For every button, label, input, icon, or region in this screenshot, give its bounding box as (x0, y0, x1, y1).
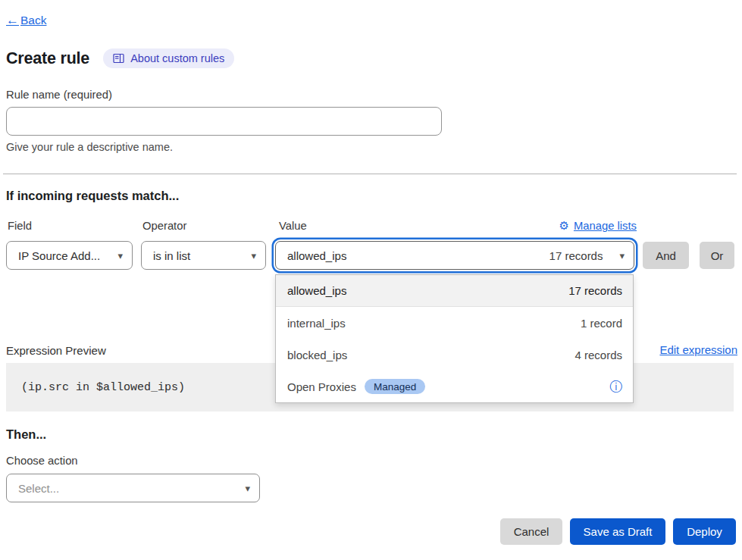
value-dropdown-menu: allowed_ips 17 records internal_ips 1 re… (275, 274, 634, 403)
edit-expression-link[interactable]: Edit expression (659, 343, 737, 356)
field-select[interactable]: IP Source Add... ▾ (6, 241, 133, 270)
chevron-down-icon: ▾ (251, 250, 256, 261)
rule-name-helper-text: Give your rule a descriptive name. (6, 141, 173, 153)
book-icon (113, 53, 124, 64)
rule-name-input[interactable] (6, 107, 442, 136)
create-rule-page: ←Back Create rule About custom rules Rul… (0, 0, 742, 560)
operator-select[interactable]: is in list ▾ (141, 241, 266, 270)
manage-lists-label: Manage lists (574, 220, 637, 232)
operator-label: Operator (142, 220, 186, 232)
manage-lists-link[interactable]: ⚙ Manage lists (559, 219, 637, 233)
list-record-count: 1 record (581, 317, 622, 330)
title-row: Create rule About custom rules (6, 48, 234, 68)
back-link-label: Back (20, 14, 46, 27)
field-label: Field (8, 220, 32, 232)
value-select-record-count: 17 records (549, 249, 603, 262)
list-item-allowed-ips[interactable]: allowed_ips 17 records (276, 275, 633, 307)
list-name: Open Proxies (287, 380, 356, 393)
list-name: allowed_ips (287, 284, 346, 297)
and-button[interactable]: And (643, 242, 689, 269)
list-name: blocked_ips (287, 349, 347, 361)
value-label: Value (279, 220, 307, 232)
list-item-blocked-ips[interactable]: blocked_ips 4 records (276, 339, 633, 371)
action-select[interactable]: Select... ▾ (6, 474, 260, 502)
expression-code: (ip.src in $allowed_ips) (21, 381, 185, 394)
managed-badge: Managed (365, 379, 425, 394)
list-item-internal-ips[interactable]: internal_ips 1 record (276, 307, 633, 339)
then-section-heading: Then... (6, 427, 46, 442)
chevron-down-icon: ▾ (117, 250, 123, 261)
field-select-value: IP Source Add... (18, 249, 100, 262)
list-name: internal_ips (287, 317, 346, 330)
list-record-count: 17 records (568, 284, 622, 297)
or-button[interactable]: Or (700, 242, 734, 269)
expression-preview-label: Expression Preview (6, 344, 106, 357)
info-icon[interactable]: ⓘ (610, 380, 623, 393)
back-link[interactable]: ←Back (6, 13, 46, 28)
save-as-draft-button[interactable]: Save as Draft (570, 518, 665, 545)
about-custom-rules-link[interactable]: About custom rules (103, 48, 234, 68)
back-arrow-icon: ← (6, 13, 19, 28)
value-select-value: allowed_ips (287, 249, 346, 262)
about-custom-rules-label: About custom rules (130, 52, 224, 64)
cancel-button[interactable]: Cancel (500, 518, 562, 545)
chevron-down-icon: ▾ (245, 483, 250, 494)
deploy-button[interactable]: Deploy (673, 518, 736, 545)
choose-action-label: Choose action (6, 455, 78, 467)
rule-name-label: Rule name (required) (6, 89, 112, 101)
value-select[interactable]: allowed_ips 17 records ▾ (275, 241, 634, 270)
list-record-count: 4 records (575, 349, 622, 361)
match-section-heading: If incoming requests match... (6, 189, 179, 203)
operator-select-value: is in list (153, 249, 190, 262)
gear-icon: ⚙ (559, 219, 568, 233)
section-divider (3, 174, 737, 174)
action-select-placeholder: Select... (18, 482, 59, 495)
page-title: Create rule (6, 49, 89, 68)
list-item-open-proxies[interactable]: Open Proxies Managed ⓘ (276, 371, 633, 402)
chevron-down-icon: ▾ (619, 250, 625, 261)
